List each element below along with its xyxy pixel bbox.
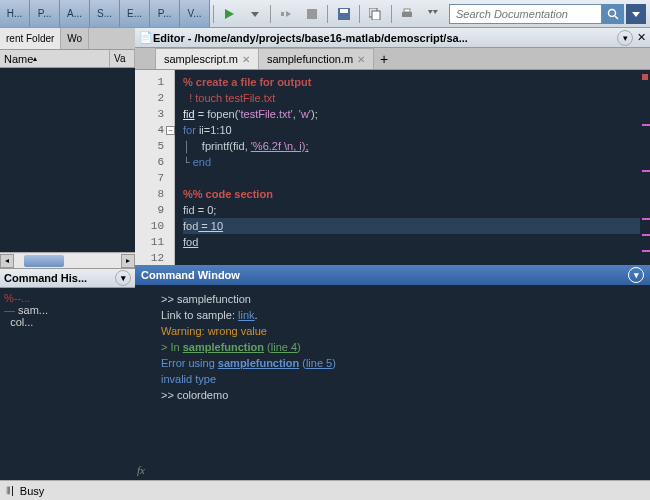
svg-rect-4 — [307, 9, 317, 19]
folder-body[interactable] — [0, 68, 135, 252]
stop-button[interactable] — [301, 3, 322, 25]
close-icon[interactable]: ✕ — [242, 54, 250, 65]
tab-label: samplefunction.m — [267, 53, 353, 65]
more-button[interactable] — [422, 3, 443, 25]
history-menu-icon[interactable]: ▾ — [115, 270, 131, 286]
command-menu-icon[interactable]: ▾ — [628, 267, 644, 283]
scroll-track[interactable] — [14, 254, 121, 268]
link[interactable]: line 4 — [271, 341, 297, 353]
scroll-left[interactable]: ◂ — [0, 254, 14, 268]
code-area[interactable]: % create a file for output ! touch testF… — [175, 70, 640, 265]
separator — [359, 5, 360, 23]
command-body[interactable]: >> samplefunction Link to sample: link. … — [155, 285, 650, 480]
fx-icon[interactable]: fx — [137, 464, 145, 476]
col-value[interactable]: Va — [110, 50, 135, 67]
search-button[interactable] — [602, 4, 624, 24]
tab-workspace[interactable]: Wo — [61, 28, 89, 49]
code-line: fod — [183, 234, 640, 250]
cmd-line: >> colordemo — [161, 387, 644, 403]
print-button[interactable] — [397, 3, 418, 25]
scroll-right[interactable]: ▸ — [121, 254, 135, 268]
toolstrip-tabs: H... P... A... S... E... P... V... — [0, 0, 210, 27]
search-input[interactable] — [449, 4, 602, 24]
svg-rect-8 — [372, 11, 380, 20]
line-number: 7 — [135, 170, 174, 186]
svg-marker-12 — [433, 10, 438, 14]
tab-publish[interactable]: P... — [150, 0, 180, 27]
separator — [327, 5, 328, 23]
link[interactable]: link — [238, 309, 255, 321]
new-tab-button[interactable]: + — [373, 48, 395, 69]
tab-shortcuts[interactable]: S... — [90, 0, 120, 27]
tab-home[interactable]: H... — [0, 0, 30, 27]
code-margin[interactable] — [640, 70, 650, 265]
cmd-line: > In samplefunction (line 4) — [161, 339, 644, 355]
folder-header: Name ▴ Va — [0, 50, 135, 68]
status-icon: ⦀| — [6, 484, 14, 497]
search-container — [449, 4, 646, 24]
col-name-label: Name — [4, 53, 33, 65]
svg-rect-9 — [402, 12, 412, 17]
tab-apps[interactable]: A... — [60, 0, 90, 27]
right-area: 📄 Editor - /home/andy/projects/base16-ma… — [135, 28, 650, 480]
step-button[interactable] — [276, 3, 297, 25]
command-header: Command Window ▾ — [135, 265, 650, 285]
tab-current-folder[interactable]: rent Folder — [0, 28, 61, 49]
history-title: Command His... — [4, 272, 87, 284]
run-dropdown[interactable] — [244, 3, 265, 25]
tab-plots[interactable]: P... — [30, 0, 60, 27]
file-tab[interactable]: samplefunction.m✕ — [258, 48, 374, 69]
warning-marker[interactable] — [642, 170, 650, 172]
separator — [391, 5, 392, 23]
warning-marker[interactable] — [642, 234, 650, 236]
editor-close[interactable]: ✕ — [637, 31, 646, 44]
copy-button[interactable] — [365, 3, 386, 25]
history-item[interactable]: %--... — [4, 292, 131, 304]
history-item[interactable]: col... — [4, 316, 131, 328]
code-line: %% code section — [183, 186, 640, 202]
tab-label: samplescript.m — [164, 53, 238, 65]
cmd-line: Warning: wrong value — [161, 323, 644, 339]
code-line: % create a file for output — [183, 74, 640, 90]
link[interactable]: samplefunction — [218, 357, 299, 369]
line-number: 10 — [135, 218, 174, 234]
line-number: 12 — [135, 250, 174, 265]
link[interactable]: samplefunction — [183, 341, 264, 353]
history-header: Command His... ▾ — [0, 268, 135, 288]
svg-marker-11 — [428, 10, 433, 14]
warning-marker[interactable] — [642, 124, 650, 126]
svg-rect-10 — [404, 9, 410, 12]
fold-icon[interactable]: − — [166, 126, 175, 135]
editor-header: 📄 Editor - /home/andy/projects/base16-ma… — [135, 28, 650, 48]
code-line: fid = 0; — [183, 202, 640, 218]
line-gutter[interactable]: 1 2 3 4− 5 6 7 8 9 10 11 12 — [135, 70, 175, 265]
svg-line-14 — [615, 16, 618, 19]
warning-marker[interactable] — [642, 218, 650, 220]
warning-marker[interactable] — [642, 250, 650, 252]
close-icon[interactable]: ✕ — [357, 54, 365, 65]
editor-title: Editor - /home/andy/projects/base16-matl… — [153, 32, 617, 44]
tab-view[interactable]: V... — [180, 0, 210, 27]
code-line: │ fprintf(fid, '%6.2f \n, i); — [183, 138, 640, 154]
save-button[interactable] — [333, 3, 354, 25]
file-tab-active[interactable]: samplescript.m✕ — [155, 48, 259, 69]
status-bar: ⦀| Busy — [0, 480, 650, 500]
col-name[interactable]: Name ▴ — [0, 50, 110, 67]
line-number: 4− — [135, 122, 174, 138]
main-toolbar: H... P... A... S... E... P... V... — [0, 0, 650, 28]
command-window: fx >> samplefunction Link to sample: lin… — [135, 285, 650, 480]
code-line: └ end — [183, 154, 640, 170]
scroll-thumb[interactable] — [24, 255, 64, 267]
svg-rect-2 — [281, 12, 284, 16]
cmd-line: invalid type — [161, 371, 644, 387]
folder-hscroll[interactable]: ◂ ▸ — [0, 252, 135, 268]
error-marker[interactable] — [642, 74, 648, 80]
tab-editor[interactable]: E... — [120, 0, 150, 27]
editor-menu-icon[interactable]: ▾ — [617, 30, 633, 46]
history-item[interactable]: — sam... — [4, 304, 131, 316]
search-dropdown[interactable] — [626, 4, 646, 24]
history-body[interactable]: %--... — sam... col... — [0, 288, 135, 480]
separator — [270, 5, 271, 23]
link[interactable]: line 5 — [306, 357, 332, 369]
run-button[interactable] — [219, 3, 240, 25]
